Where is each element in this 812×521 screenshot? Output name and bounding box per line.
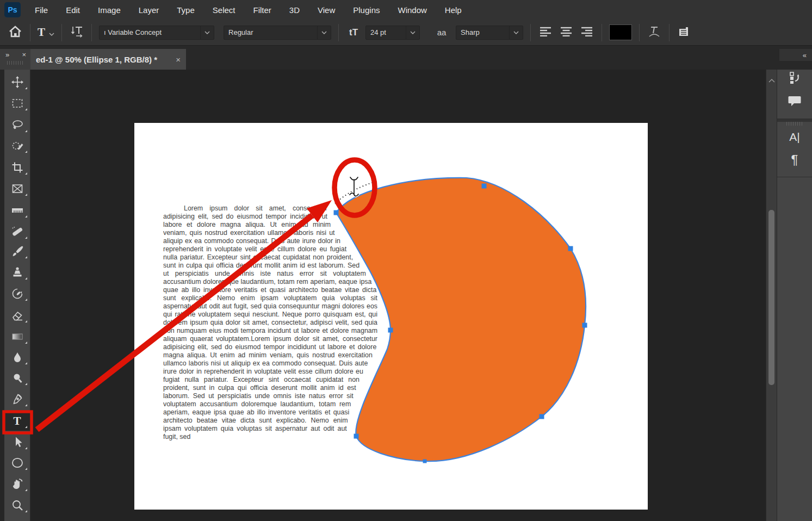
character-panel-button[interactable]: A| — [777, 126, 812, 148]
panel-grip[interactable] — [7, 61, 23, 65]
tool-spot-healing-brush[interactable] — [4, 222, 30, 241]
home-icon — [9, 26, 22, 40]
right-panel-dock: A| ¶ — [777, 61, 812, 521]
warp-text-button[interactable] — [647, 23, 662, 42]
anti-alias-select[interactable]: Sharp — [456, 26, 523, 40]
menu-type[interactable]: Type — [177, 5, 195, 15]
font-style-value: Regular — [224, 28, 317, 36]
menu-image[interactable]: Image — [98, 5, 121, 15]
anti-alias-icon: aa — [434, 23, 449, 42]
menu-window[interactable]: Window — [398, 5, 426, 15]
tool-preset-picker[interactable]: T — [38, 23, 54, 42]
tool-ellipse[interactable] — [4, 453, 30, 473]
tool-brush[interactable] — [4, 241, 30, 261]
tool-clone-stamp[interactable] — [4, 263, 30, 282]
chevron-down-icon — [317, 26, 331, 39]
tool-crop[interactable] — [4, 158, 30, 177]
separator — [91, 24, 92, 41]
document-tab-title: ed-1 @ 50% (Ellipse 1, RGB/8) * — [36, 55, 169, 64]
align-left-button[interactable] — [538, 23, 553, 42]
type-tool-icon: T — [13, 415, 21, 427]
history-panel-button[interactable] — [777, 67, 812, 90]
photoshop-app: { "app": { "logo_glyph": "Ps" }, "menu_b… — [0, 0, 812, 521]
menu-plugins[interactable]: Plugins — [353, 5, 380, 15]
tool-hand[interactable] — [4, 474, 30, 494]
tool-type[interactable]: T — [4, 411, 30, 431]
tool-rectangular-marquee[interactable] — [4, 94, 30, 113]
panel-grip[interactable] — [786, 122, 803, 126]
font-size-icon: tT — [346, 23, 361, 42]
font-size-value: 24 pt — [366, 28, 406, 36]
menu-filter[interactable]: Filter — [253, 5, 271, 15]
tools-panel-close-button[interactable]: × — [22, 51, 26, 59]
tool-lasso[interactable] — [4, 115, 30, 135]
tool-gradient[interactable] — [4, 327, 30, 346]
text-orientation-icon — [70, 25, 84, 40]
tool-dodge[interactable] — [4, 368, 30, 388]
menu-select[interactable]: Select — [213, 5, 235, 15]
dock-collapse-button[interactable]: « — [779, 49, 812, 61]
font-family-select[interactable]: ı Variable Concept — [99, 26, 214, 40]
vertical-scrollbar[interactable] — [766, 70, 777, 521]
tool-move[interactable] — [4, 72, 30, 92]
separator — [530, 24, 531, 41]
font-family-value: ı Variable Concept — [100, 28, 200, 36]
comments-panel-button[interactable] — [777, 90, 812, 113]
tab-close-button[interactable]: × — [176, 55, 181, 64]
app-frame-edge — [0, 70, 4, 521]
dock-empty-area — [777, 177, 812, 521]
tab-bar: » × ed-1 @ 50% (Ellipse 1, RGB/8) * × « — [0, 46, 812, 70]
tool-zoom[interactable] — [4, 495, 30, 515]
align-center-button[interactable] — [559, 23, 574, 42]
paragraph-panel-button[interactable]: ¶ — [777, 148, 812, 171]
tools-panel-collapse-button[interactable]: » — [5, 51, 9, 59]
font-size-select[interactable]: 24 pt — [365, 26, 420, 40]
tools-panel-header: » × — [0, 49, 30, 70]
align-right-button[interactable] — [579, 23, 594, 42]
character-panel-icon: A| — [789, 131, 799, 144]
text-color-swatch[interactable] — [609, 24, 632, 40]
menu-bar: Ps File Edit Image Layer Type Select Fil… — [0, 0, 812, 20]
document-tab[interactable]: ed-1 @ 50% (Ellipse 1, RGB/8) * × — [30, 49, 186, 70]
align-right-icon — [580, 27, 593, 39]
chevron-down-icon — [200, 26, 214, 39]
toggle-character-panel-button[interactable] — [677, 23, 692, 42]
menu-3d[interactable]: 3D — [289, 5, 300, 15]
menu-edit[interactable]: Edit — [66, 5, 80, 15]
menu-layer[interactable]: Layer — [139, 5, 159, 15]
separator — [639, 24, 640, 41]
chevron-down-icon — [509, 26, 523, 39]
scroll-up-icon[interactable] — [768, 75, 775, 85]
separator — [602, 24, 602, 41]
separator — [61, 24, 62, 41]
home-button[interactable] — [8, 23, 23, 42]
dock-group-character-paragraph: A| ¶ — [777, 122, 812, 177]
tool-frame[interactable] — [4, 179, 30, 199]
separator — [669, 24, 670, 41]
menu-help[interactable]: Help — [445, 5, 462, 15]
tools-panel: T — [4, 70, 30, 521]
photoshop-logo: Ps — [4, 2, 21, 17]
tool-object-selection[interactable] — [4, 136, 30, 156]
chevron-down-icon — [406, 26, 419, 39]
scrollbar-thumb[interactable] — [768, 210, 774, 385]
tool-blur[interactable] — [4, 348, 30, 367]
tool-path-selection[interactable] — [4, 432, 30, 452]
font-style-select[interactable]: Regular — [224, 26, 331, 40]
tool-ruler[interactable] — [4, 201, 30, 220]
tool-history-brush[interactable] — [4, 284, 30, 303]
align-center-icon — [560, 27, 573, 39]
tool-pen[interactable] — [4, 389, 30, 409]
paragraph-text-layer: Lorem ipsum dolor sit amet, consectetur … — [163, 204, 381, 442]
menu-view[interactable]: View — [318, 5, 335, 15]
tool-eraser[interactable] — [4, 306, 30, 325]
warp-text-icon — [647, 25, 661, 40]
options-bar: T ı Variable Concept Regular tT 24 pt aa… — [0, 20, 812, 46]
document-page[interactable]: Lorem ipsum dolor sit amet, consectetur … — [134, 123, 648, 510]
text-orientation-button[interactable] — [69, 23, 84, 42]
menu-items: File Edit Image Layer Type Select Filter… — [35, 5, 462, 15]
history-icon — [788, 71, 802, 87]
panels-icon — [677, 24, 691, 41]
anti-alias-value: Sharp — [456, 28, 509, 36]
menu-file[interactable]: File — [35, 5, 48, 15]
